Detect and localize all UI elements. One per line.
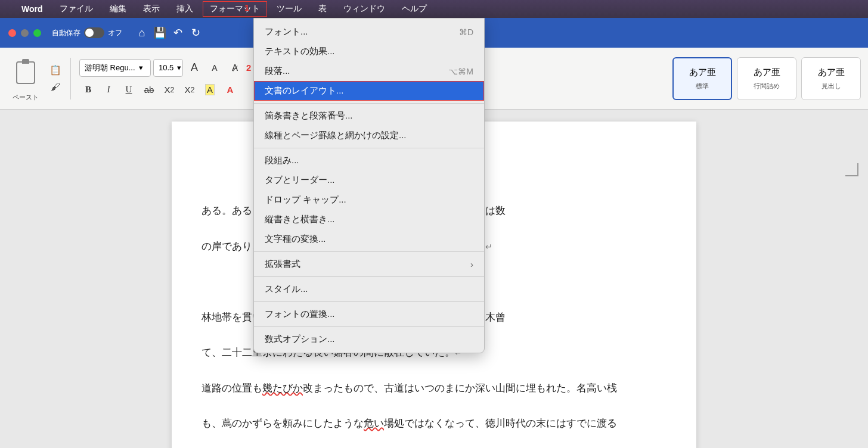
spellcheck-marked: 幾たびか	[262, 382, 303, 394]
paste-label: ペースト	[13, 93, 39, 102]
body-text: 道路の位置も	[202, 382, 262, 394]
menu-item-label: 段落...	[265, 66, 290, 77]
menu-item-label: 縦書きと横書き...	[265, 214, 335, 225]
menu-item-label: タブとリーダー...	[265, 175, 335, 186]
subscript-button[interactable]: X2	[160, 82, 178, 98]
style-sample: あア亜	[689, 67, 716, 78]
switch-icon[interactable]	[84, 27, 104, 38]
menu-window[interactable]: ウィンドウ	[336, 1, 392, 17]
menu-item[interactable]: 段組み...	[254, 151, 484, 170]
menu-edit[interactable]: 編集	[103, 1, 134, 17]
redo-icon[interactable]: ↻	[187, 24, 204, 42]
copy-icon[interactable]: 📋	[49, 64, 62, 77]
menu-item-label: 線種とページ罫線と網かけの設定...	[265, 130, 407, 141]
increase-font-icon[interactable]: A	[185, 60, 203, 76]
menu-item[interactable]: 拡張書式›	[254, 254, 484, 274]
divider	[70, 58, 71, 99]
menu-item-label: テキストの効果...	[265, 46, 335, 57]
menu-item[interactable]: テキストの効果...	[254, 42, 484, 61]
menu-separator	[254, 276, 484, 277]
autosave-toggle[interactable]: 自動保存 オフ	[52, 27, 122, 38]
minimize-window-icon[interactable]	[21, 29, 29, 37]
clear-format-icon[interactable]: A̷	[226, 60, 244, 76]
macos-menubar: Word ファイル 編集 表示 挿入 フォーマット ツール 表 ウィンドウ ヘル…	[0, 0, 868, 18]
menu-format[interactable]: フォーマット	[203, 1, 267, 17]
decrease-font-icon[interactable]: A	[206, 60, 224, 76]
menu-item-label: ドロップ キャップ...	[265, 194, 346, 206]
paste-button[interactable]	[11, 55, 41, 91]
menu-item[interactable]: タブとリーダー...	[254, 170, 484, 190]
menu-item-label: スタイル...	[265, 284, 308, 295]
styles-gallery: あア亜 標準 あア亜 行間詰め あア亜 見出し	[672, 57, 861, 100]
annotation-2: 2	[246, 63, 251, 73]
menu-item[interactable]: 段落...⌥⌘M	[254, 61, 484, 81]
font-size-select[interactable]: 10.5▾	[153, 59, 183, 77]
font-name-select[interactable]: 游明朝 Regu...▾	[79, 59, 151, 77]
underline-button[interactable]: U	[120, 82, 138, 98]
italic-button[interactable]: I	[100, 82, 117, 98]
body-text: も、蔦のかずらを頼みにしたような	[202, 418, 364, 429]
superscript-button[interactable]: X2	[181, 82, 199, 98]
menu-separator	[254, 251, 484, 252]
home-icon[interactable]: ⌂	[133, 24, 151, 42]
menu-item[interactable]: スタイル...	[254, 279, 484, 299]
undo-icon[interactable]: ↶	[169, 24, 187, 42]
menu-item-label: 箇条書きと段落番号...	[265, 110, 353, 122]
menu-item[interactable]: ドロップ キャップ...	[254, 190, 484, 210]
style-heading[interactable]: あア亜 見出し	[801, 57, 861, 100]
style-sample: あア亜	[818, 67, 845, 78]
menu-item[interactable]: 縦書きと横書き...	[254, 210, 484, 229]
menu-separator	[254, 148, 484, 148]
font-group: 游明朝 Regu...▾ 10.5▾ A A A̷ 2 B I U ab X2 …	[79, 59, 251, 98]
menubar-app-name[interactable]: Word	[14, 2, 50, 16]
menu-shortcut: ⌥⌘M	[448, 67, 473, 76]
window-traffic-lights	[8, 29, 41, 37]
menu-item-label: フォントの置換...	[265, 309, 335, 320]
menu-item-label: 拡張書式	[265, 259, 300, 270]
style-sample: あア亜	[754, 67, 780, 78]
format-menu-dropdown: フォント...⌘Dテキストの効果...段落...⌥⌘M文書のレイアウト...箇条…	[253, 18, 485, 353]
menu-tools[interactable]: ツール	[269, 1, 309, 17]
clipboard-group: ペースト	[7, 55, 44, 102]
menu-shortcut: ⌘D	[459, 27, 473, 37]
menu-item[interactable]: 箇条書きと段落番号...	[254, 106, 484, 126]
autosave-state: オフ	[108, 28, 122, 38]
margin-corner-icon	[845, 163, 858, 176]
strikethrough-button[interactable]: ab	[140, 82, 158, 98]
menu-table[interactable]: 表	[311, 1, 334, 17]
format-painter-icon[interactable]: 🖌	[49, 80, 62, 94]
font-color-button[interactable]: A	[221, 82, 239, 98]
highlight-button[interactable]: A	[201, 82, 219, 98]
submenu-chevron-icon: ›	[470, 259, 473, 269]
style-normal[interactable]: あア亜 標準	[672, 57, 732, 100]
menu-item-label: 数式オプション...	[265, 334, 335, 345]
menu-item[interactable]: 線種とページ罫線と網かけの設定...	[254, 126, 484, 145]
style-label: 見出し	[822, 82, 841, 91]
body-text: 場処ではなくなって、徳川時代の末にはすでに渡る	[384, 418, 617, 429]
annotation-1: 1	[244, 2, 249, 13]
menu-item[interactable]: フォントの置換...	[254, 304, 484, 324]
menu-separator	[254, 301, 484, 302]
bold-button[interactable]: B	[79, 82, 97, 98]
menu-view[interactable]: 表示	[136, 1, 167, 17]
menu-file[interactable]: ファイル	[52, 1, 100, 17]
fullscreen-window-icon[interactable]	[33, 29, 41, 37]
style-nospacing[interactable]: あア亜 行間詰め	[737, 57, 796, 100]
menu-item[interactable]: 文書のレイアウト...	[254, 81, 484, 101]
menu-item-label: フォント...	[265, 26, 308, 38]
menu-separator	[254, 103, 484, 104]
spellcheck-marked: 危い	[364, 418, 384, 429]
menu-help[interactable]: ヘルプ	[395, 1, 434, 17]
menu-insert[interactable]: 挿入	[169, 1, 200, 17]
menu-item-label: 文字種の変換...	[265, 234, 326, 245]
body-text: 改まったもので、古道はいつのまにか深い山間に埋もれた。名高い桟	[303, 382, 617, 394]
close-window-icon[interactable]	[8, 29, 16, 37]
menu-item[interactable]: 文字種の変換...	[254, 229, 484, 249]
menu-item[interactable]: フォント...⌘D	[254, 22, 484, 42]
save-icon[interactable]: 💾	[151, 24, 169, 42]
menu-item-label: 段組み...	[265, 155, 299, 166]
clipboard-icon	[16, 61, 35, 84]
style-label: 標準	[696, 82, 709, 91]
menu-item[interactable]: 数式オプション...	[254, 329, 484, 349]
menu-separator	[254, 326, 484, 327]
